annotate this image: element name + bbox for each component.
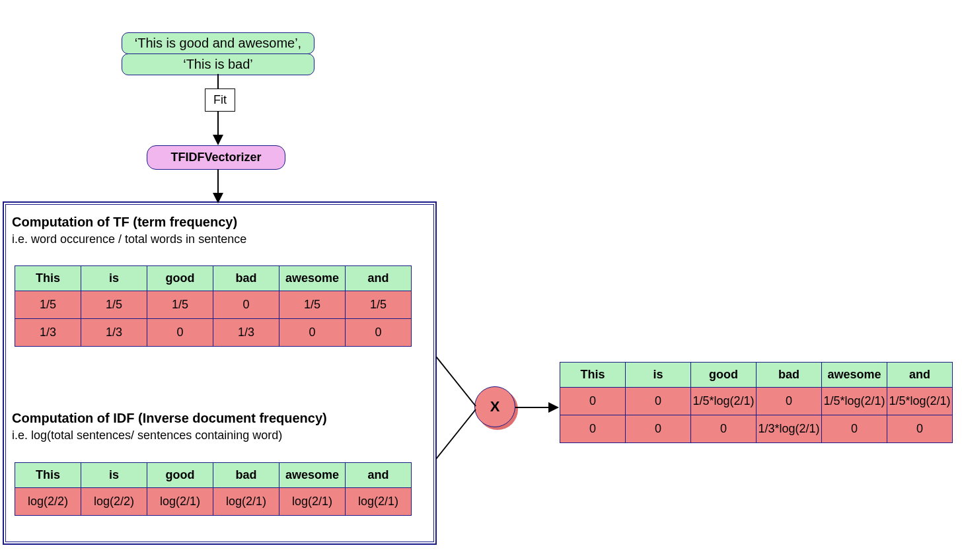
idf-header: is xyxy=(81,463,147,488)
svg-marker-3 xyxy=(213,193,223,203)
tf-header: good xyxy=(147,266,213,291)
tf-header: and xyxy=(346,266,412,291)
tf-header: bad xyxy=(213,266,279,291)
tf-row: 1/3 1/3 0 1/3 0 0 xyxy=(15,319,412,347)
vectorizer-box: TFIDFVectorizer xyxy=(147,145,285,170)
tf-header: This xyxy=(15,266,81,291)
arrow-to-box xyxy=(210,169,226,205)
idf-title: Computation of IDF (Inverse document fre… xyxy=(12,411,327,426)
result-row: 0 0 1/5*log(2/1) 0 1/5*log(2/1) 1/5*log(… xyxy=(560,388,953,415)
multiply-symbol: X xyxy=(490,398,500,415)
result-header: is xyxy=(626,363,691,388)
input-sentences: ‘This is good and awesome’, ‘This is bad… xyxy=(122,32,314,75)
idf-subtitle: i.e. log(total sentences/ sentences cont… xyxy=(12,429,282,442)
tf-header: is xyxy=(81,266,147,291)
svg-marker-7 xyxy=(548,402,559,413)
idf-header: bad xyxy=(213,463,279,488)
tf-subtitle: i.e. word occurence / total words in sen… xyxy=(12,232,246,246)
svg-marker-1 xyxy=(213,135,223,145)
tf-title: Computation of TF (term frequency) xyxy=(12,215,237,230)
tf-table: This is good bad awesome and 1/5 1/5 1/5… xyxy=(15,265,412,347)
result-header: awesome xyxy=(822,363,887,388)
svg-line-5 xyxy=(436,409,476,459)
result-header: bad xyxy=(757,363,822,388)
arrow-to-result xyxy=(515,400,562,415)
idf-row: log(2/2) log(2/2) log(2/1) log(2/1) log(… xyxy=(15,488,412,516)
svg-line-4 xyxy=(436,357,476,406)
tf-header: awesome xyxy=(279,266,346,291)
input-line-2: ‘This is bad’ xyxy=(122,53,314,75)
result-row: 0 0 0 1/3*log(2/1) 0 0 xyxy=(560,415,953,443)
connector-lines xyxy=(436,357,489,462)
input-line-1: ‘This is good and awesome’, xyxy=(122,32,314,54)
tf-row: 1/5 1/5 1/5 0 1/5 1/5 xyxy=(15,291,412,319)
result-header: and xyxy=(887,363,953,388)
result-header: This xyxy=(560,363,626,388)
idf-table: This is good bad awesome and log(2/2) lo… xyxy=(15,462,412,516)
result-header: good xyxy=(691,363,757,388)
result-table: This is good bad awesome and 0 0 1/5*log… xyxy=(560,362,953,443)
idf-header: awesome xyxy=(279,463,346,488)
idf-header: and xyxy=(346,463,412,488)
idf-header: This xyxy=(15,463,81,488)
idf-header: good xyxy=(147,463,213,488)
fit-label: Fit xyxy=(205,88,235,112)
